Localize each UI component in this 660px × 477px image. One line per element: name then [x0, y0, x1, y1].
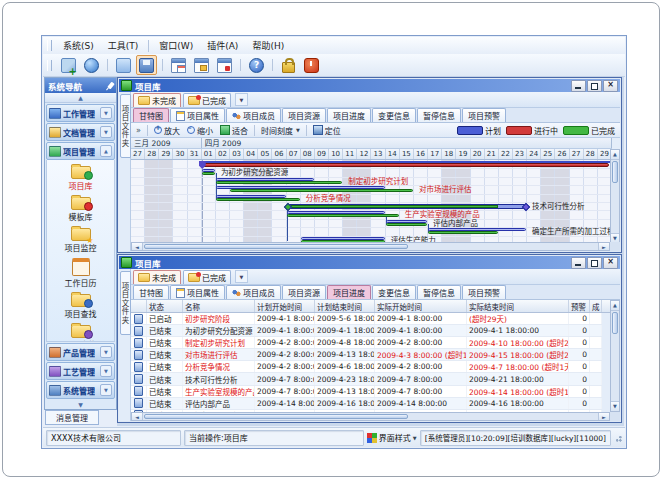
folder-panel-tab[interactable]: 项目文件夹	[120, 271, 131, 335]
sidebar-group-doc[interactable]: 文档管理▼	[46, 123, 115, 141]
sidebar-item-task-search[interactable]: 任务查找	[47, 321, 114, 342]
scroll-left-icon[interactable]: ◄	[132, 413, 143, 420]
scroll-down-icon[interactable]: ▼	[611, 401, 619, 411]
sidebar-group-system[interactable]: 系统管理▼	[46, 381, 115, 399]
table-row[interactable]: 已结束生产实验室规模的产品2009-4-7 8:00:002009-4-13 1…	[131, 386, 602, 398]
new-module-button[interactable]	[58, 55, 79, 75]
locate-button[interactable]: 定位	[310, 124, 344, 137]
lock-button[interactable]	[278, 55, 299, 75]
folder-panel-tab[interactable]: 项目文件夹	[120, 94, 131, 158]
tabs-dropdown-icon[interactable]: ▼	[235, 93, 248, 106]
column-header-5[interactable]: 实际开始时间	[375, 300, 467, 312]
time-scale-button[interactable]: 时间刻度▼	[258, 124, 303, 137]
gantt-hscrollbar[interactable]: ◄►	[131, 242, 610, 251]
zoom-in-button[interactable]: 放大	[151, 124, 183, 137]
toolbar-overflow-icon[interactable]: »	[133, 126, 144, 135]
table-row[interactable]: 已启动初步研究阶段2009-4-1 8:00:002009-5-6 18:00:…	[131, 313, 602, 325]
chevron-down-icon[interactable]: ▼	[100, 346, 112, 358]
tab-6[interactable]: 暂停信息	[417, 108, 461, 122]
sidebar-item-project-library[interactable]: 项目库	[47, 162, 114, 192]
scroll-up-icon[interactable]: ▲	[611, 150, 619, 160]
scroll-up-icon[interactable]: ▲	[611, 301, 619, 311]
column-header-3[interactable]: 计划开始时间	[255, 300, 315, 312]
column-header-0[interactable]	[131, 300, 147, 312]
tab-5[interactable]: 变更信息	[372, 108, 416, 122]
sidebar-item-template-library[interactable]: 模板库	[47, 193, 114, 223]
internet-button[interactable]	[81, 55, 102, 75]
chevron-down-icon[interactable]: ▼	[100, 126, 112, 138]
scroll-right-icon[interactable]: ►	[598, 243, 609, 250]
table-row[interactable]: 已结束技术可行性分析2009-4-7 8:00:002009-4-23 18:0…	[131, 373, 602, 385]
menu-item-window[interactable]: 窗口(W)	[152, 38, 200, 53]
save-button[interactable]	[136, 55, 157, 75]
table-row[interactable]: 已结束为初步研究分配资源2009-4-1 8:00:002009-4-1 18:…	[131, 325, 602, 337]
restore-button[interactable]	[587, 257, 602, 269]
column-header-7[interactable]: 预警	[569, 300, 590, 312]
help-button[interactable]	[246, 55, 267, 75]
scroll-left-icon[interactable]: ◄	[132, 243, 143, 250]
cascade-windows-button[interactable]	[168, 55, 189, 75]
chevron-up-icon[interactable]: ▲	[100, 145, 112, 157]
close-button[interactable]: ×	[603, 257, 618, 269]
chevron-down-icon[interactable]: ▼	[100, 384, 112, 396]
table-row[interactable]: 已结束分析竞争情况2009-4-2 8:00:002009-4-6 18:00:…	[131, 361, 602, 373]
tab-4[interactable]: 项目进度	[327, 108, 371, 122]
scroll-thumb[interactable]	[144, 244, 408, 249]
scroll-right-icon[interactable]: ►	[598, 413, 609, 420]
scroll-thumb[interactable]	[612, 161, 618, 183]
sidebar-group-craft[interactable]: 工艺管理▼	[46, 362, 115, 380]
column-header-4[interactable]: 计划结束时间	[315, 300, 375, 312]
tab-2[interactable]: 项目成员	[226, 108, 281, 122]
tab-6[interactable]: 暂停信息	[417, 285, 461, 299]
table-hscrollbar[interactable]: ◄►	[131, 412, 610, 421]
table-row[interactable]: 已结束制定初步研究计划2009-4-2 8:00:002009-4-8 18:0…	[131, 337, 602, 349]
tab-3[interactable]: 项目资源	[282, 285, 326, 299]
tab-finished[interactable]: 已完成	[183, 270, 231, 284]
close-button[interactable]: ×	[603, 80, 618, 92]
tab-7[interactable]: 项目预警	[462, 108, 506, 122]
sidebar-collapse-button[interactable]: ▲	[45, 93, 116, 103]
menu-item-tools[interactable]: 工具(T)	[101, 38, 146, 53]
resize-grip[interactable]	[614, 434, 622, 442]
column-header-8[interactable]: 成	[590, 300, 602, 312]
interface-style-picker[interactable]: 界面样式 ▼	[367, 432, 417, 443]
fit-button[interactable]: 适合	[217, 124, 251, 137]
sidebar-group-product[interactable]: 产品管理▼	[46, 343, 115, 361]
tab-finished[interactable]: 已完成	[183, 93, 231, 107]
minimize-button[interactable]	[571, 257, 586, 269]
tab-4[interactable]: 项目进度	[327, 285, 371, 299]
zoom-out-button[interactable]: 缩小	[184, 124, 216, 137]
tab-unfinished[interactable]: 未完成	[133, 93, 181, 107]
open-folder-button[interactable]	[113, 55, 134, 75]
table-vscrollbar[interactable]: ▲▼	[610, 300, 620, 412]
tab-5[interactable]: 变更信息	[372, 285, 416, 299]
scroll-thumb[interactable]	[612, 312, 618, 334]
sidebar-overflow-button[interactable]: ▼	[45, 399, 116, 409]
chevron-down-icon[interactable]: ▼	[100, 107, 112, 119]
column-header-2[interactable]: 名称	[183, 300, 255, 312]
menu-item-system[interactable]: 系统(S)	[56, 38, 101, 53]
tab-7[interactable]: 项目预警	[462, 285, 506, 299]
sidebar-item-project-search[interactable]: 项目查找	[47, 290, 114, 320]
tab-2[interactable]: 项目成员	[226, 285, 281, 299]
sidebar-group-project[interactable]: 项目管理▲	[46, 142, 115, 160]
tab-3[interactable]: 项目资源	[282, 108, 326, 122]
tab-0[interactable]: 甘特图	[133, 285, 169, 299]
pin-icon[interactable]	[107, 82, 115, 90]
close-windows-button[interactable]	[214, 55, 235, 75]
tab-1[interactable]: 项目属性	[170, 108, 225, 122]
tab-unfinished[interactable]: 未完成	[133, 270, 181, 284]
sidebar-item-project-monitor[interactable]: 项目监控	[47, 224, 114, 254]
column-header-1[interactable]: 状态	[147, 300, 183, 312]
minimize-button[interactable]	[571, 80, 586, 92]
sidebar-group-work[interactable]: 工作管理▼	[46, 104, 115, 122]
table-row[interactable]: 已结束评估内部产品2009-4-14 8:00:002009-4-16 18:0…	[131, 398, 602, 410]
exit-button[interactable]	[301, 55, 322, 75]
tile-windows-button[interactable]	[191, 55, 212, 75]
chevron-down-icon[interactable]: ▼	[100, 365, 112, 377]
scroll-thumb[interactable]	[144, 414, 408, 419]
menu-item-help[interactable]: 帮助(H)	[245, 38, 291, 53]
sidebar-item-work-calendar[interactable]: 工作日历	[47, 255, 114, 289]
restore-button[interactable]	[587, 80, 602, 92]
menu-item-plugins[interactable]: 插件(A)	[200, 38, 245, 53]
